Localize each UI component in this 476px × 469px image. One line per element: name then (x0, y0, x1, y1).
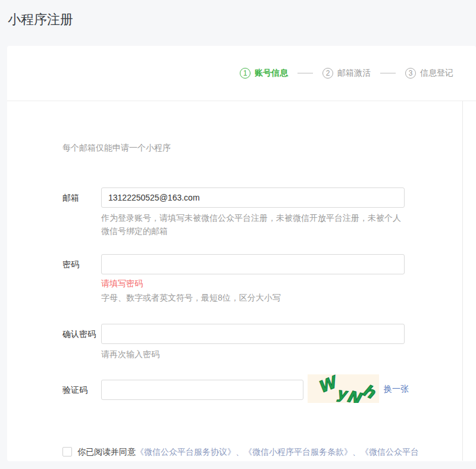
agreement-row: 你已阅读并同意《微信公众平台服务协议》、《微信小程序平台服务条款》、《微信公众平… (62, 446, 419, 458)
password-label: 密码 (62, 254, 99, 274)
step-1-circle: 1 (240, 68, 250, 79)
captcha-glyphs: W y N h (308, 374, 379, 403)
captcha-input[interactable] (101, 380, 303, 400)
step-2-label: 邮箱激活 (337, 68, 371, 79)
confirm-password-label: 确认密码 (62, 324, 99, 344)
captcha-refresh-link[interactable]: 换一张 (384, 384, 409, 395)
confirm-password-input[interactable] (101, 324, 405, 344)
scrollbar[interactable] (462, 101, 463, 461)
step-2-circle: 2 (322, 68, 333, 79)
separator: 、 (236, 447, 244, 457)
step-info-registration: 3 信息登记 (405, 68, 453, 79)
agreement-prefix: 你已阅读并同意 (77, 447, 136, 457)
step-indicator: 1 账号信息 2 邮箱激活 3 信息登记 (240, 68, 453, 79)
step-3-label: 信息登记 (420, 68, 453, 79)
email-input[interactable] (101, 187, 405, 208)
password-error: 请填写密码 (101, 277, 143, 289)
step-dash (380, 73, 396, 74)
step-3-circle: 3 (405, 68, 416, 79)
platform-link[interactable]: 《微信公众平台 (361, 447, 419, 457)
page-title: 小程序注册 (8, 11, 73, 29)
form-area: 每个邮箱仅能申请一个小程序 邮箱 作为登录账号，请填写未被微信公众平台注册，未被… (7, 101, 476, 461)
step-1-label: 账号信息 (255, 68, 288, 79)
password-input[interactable] (101, 254, 405, 274)
registration-card: 1 账号信息 2 邮箱激活 3 信息登记 每个邮箱仅能申请一个小程序 邮箱 作为… (7, 46, 476, 461)
step-account-info: 1 账号信息 (240, 68, 288, 79)
separator: 、 (352, 447, 361, 457)
captcha-image: W y N h (308, 374, 379, 403)
email-label: 邮箱 (62, 187, 99, 208)
service-agreement-link[interactable]: 《微信公众平台服务协议》 (136, 447, 236, 457)
step-email-activation: 2 邮箱激活 (322, 68, 371, 79)
svg-text:h: h (359, 381, 378, 403)
password-hint: 字母、数字或者英文符号，最短8位，区分大小写 (101, 291, 407, 304)
intro-note: 每个邮箱仅能申请一个小程序 (62, 143, 171, 154)
email-hint: 作为登录账号，请填写未被微信公众平台注册，未被微信开放平台注册，未被个人微信号绑… (101, 211, 407, 237)
platform-terms-link[interactable]: 《微信小程序平台服务条款》 (244, 447, 352, 457)
steps-header: 1 账号信息 2 邮箱激活 3 信息登记 (7, 46, 476, 101)
captcha-label: 验证码 (62, 380, 99, 400)
confirm-password-hint: 请再次输入密码 (101, 348, 407, 361)
step-dash (298, 73, 313, 74)
agreement-checkbox[interactable] (62, 447, 72, 457)
agreement-text: 你已阅读并同意《微信公众平台服务协议》、《微信小程序平台服务条款》、《微信公众平… (77, 446, 419, 458)
